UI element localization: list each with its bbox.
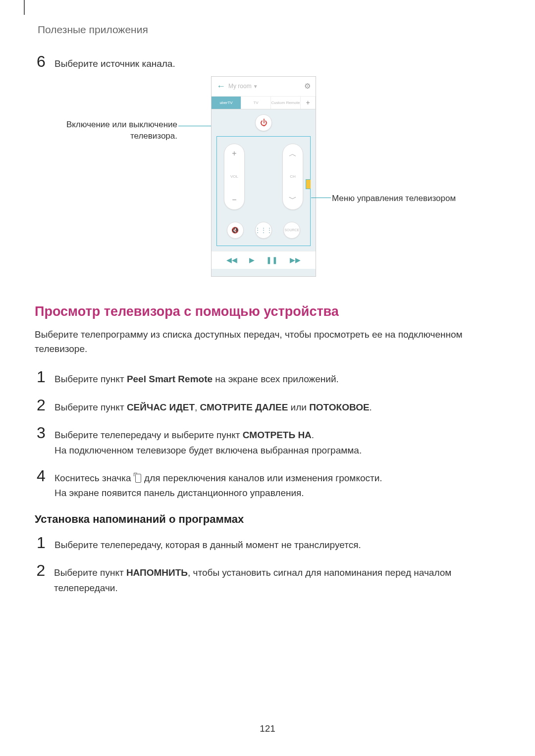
text: , <box>195 402 200 412</box>
bold: СЕЙЧАС ИДЕТ <box>127 402 195 412</box>
step-3: 3 Выберите телепередачу и выберите пункт… <box>35 425 500 458</box>
page-number: 121 <box>0 723 535 734</box>
bold: СМОТРЕТЬ НА <box>243 430 312 440</box>
bold: ПОТОКОВОЕ <box>309 402 369 412</box>
forward-icon[interactable]: ▶▶ <box>290 256 301 264</box>
chevron-down-icon: ▼ <box>253 84 258 89</box>
figure: Включение или выключение телевизора. ← M… <box>35 76 500 289</box>
step-number: 1 <box>35 535 48 553</box>
bold: НАПОМНИТЬ <box>126 567 188 578</box>
step-2: 2 Выберите пункт СЕЙЧАС ИДЕТ, СМОТРИТЕ Д… <box>35 397 500 415</box>
playback-bar: ◀◀ ▶ ❚❚ ▶▶ <box>212 251 316 269</box>
text: Выберите телепередачу и выберите пункт <box>54 430 243 440</box>
step-number: 2 <box>35 397 48 415</box>
rewind-icon[interactable]: ◀◀ <box>226 256 237 264</box>
text: . <box>370 402 372 412</box>
pause-icon[interactable]: ❚❚ <box>266 256 278 264</box>
callout-power: Включение или выключение телевизора. <box>63 119 177 143</box>
tabs: uberTV TV Custom Remote + <box>212 97 316 109</box>
text: или <box>288 402 309 412</box>
text: Выберите пункт <box>54 567 126 578</box>
step-reminder-1: 1 Выберите телепередачу, которая в данны… <box>35 535 500 553</box>
step-1: 1 Выберите пункт Peel Smart Remote на эк… <box>35 369 500 387</box>
source-button[interactable]: SOURCE <box>283 222 300 239</box>
callout-menu: Меню управления телевизором <box>332 193 495 204</box>
step-number: 4 <box>35 468 48 501</box>
text: На подключенном телевизоре будет включен… <box>54 445 362 455</box>
tab-add[interactable]: + <box>301 97 316 109</box>
step-number: 6 <box>35 52 48 71</box>
phone-mockup: ← My room ▼ ⚙ uberTV TV Custom Remote + … <box>211 76 316 277</box>
remote-icon <box>134 473 142 483</box>
vol-label: VOL <box>230 174 238 179</box>
ch-label: CH <box>290 174 296 179</box>
callout-line <box>311 198 331 198</box>
breadcrumb: Полезные приложения <box>38 24 500 36</box>
play-icon[interactable]: ▶ <box>249 256 255 264</box>
step-reminder-2: 2 Выберите пункт НАПОМНИТЬ, чтобы устано… <box>35 562 500 596</box>
channel-rocker[interactable]: ︿ CH ﹀ <box>282 144 303 210</box>
step-number: 3 <box>35 425 48 458</box>
room-dropdown[interactable]: My room <box>228 83 252 90</box>
phone-header: ← My room ▼ ⚙ <box>212 77 316 97</box>
volume-rocker[interactable]: + VOL − <box>224 144 245 210</box>
text: для переключения каналов или изменения г… <box>142 473 382 483</box>
text: Выберите пункт <box>54 374 127 384</box>
text: на экране всех приложений. <box>213 374 339 384</box>
chevron-up-icon: ︿ <box>289 149 297 159</box>
tab-ubertv[interactable]: uberTV <box>212 97 241 109</box>
keypad-button[interactable]: ⋮⋮⋮ <box>255 222 272 239</box>
bold: СМОТРИТЕ ДАЛЕЕ <box>200 402 288 412</box>
step-number: 2 <box>35 562 47 596</box>
section-title: Просмотр телевизора с помощью устройства <box>35 304 500 319</box>
tab-custom[interactable]: Custom Remote <box>271 97 301 109</box>
text: . <box>312 430 314 440</box>
text: Выберите пункт <box>54 402 127 412</box>
back-icon[interactable]: ← <box>216 81 225 92</box>
mute-button[interactable]: 🔇 <box>227 222 244 239</box>
subsection-title: Установка напоминаний о программах <box>35 513 500 526</box>
plus-icon: + <box>232 149 236 158</box>
step-4: 4 Коснитесь значка для переключения кана… <box>35 468 500 501</box>
gear-icon[interactable]: ⚙ <box>304 82 311 91</box>
bold: Peel Smart Remote <box>127 374 213 384</box>
step-6: 6 Выберите источник канала. <box>35 52 500 71</box>
step-text: Выберите источник канала. <box>54 57 175 71</box>
minus-icon: − <box>232 196 236 204</box>
text: Коснитесь значка <box>54 473 134 483</box>
text: На экране появится панель дистанционного… <box>54 488 304 498</box>
step-number: 1 <box>35 369 48 387</box>
power-button[interactable]: ⏻ <box>255 114 272 131</box>
side-tab[interactable] <box>306 179 311 189</box>
control-panel: + VOL − ︿ CH ﹀ 🔇 ⋮⋮⋮ SOURCE <box>216 136 311 246</box>
chevron-down-icon: ﹀ <box>289 194 297 204</box>
tab-tv[interactable]: TV <box>241 97 271 109</box>
section-intro: Выберите телепрограмму из списка доступн… <box>35 327 500 356</box>
text: Выберите телепередачу, которая в данный … <box>54 535 361 553</box>
